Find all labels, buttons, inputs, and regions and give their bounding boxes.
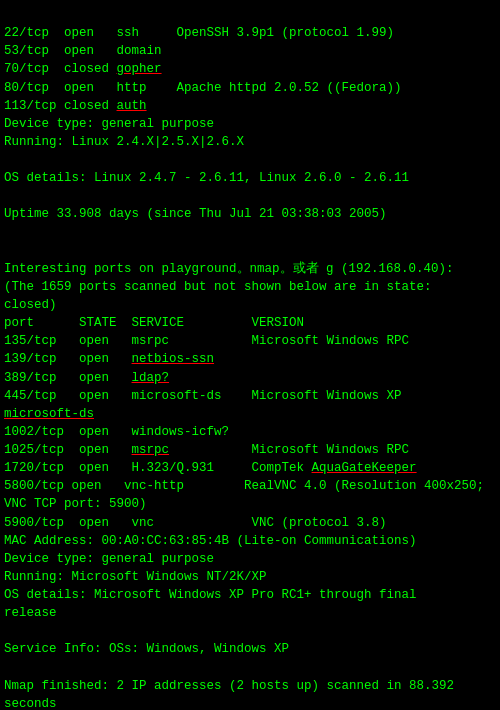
- line-14: Interesting ports on playground。nmap。或者 …: [4, 262, 454, 276]
- ldap-underline: ldap?: [132, 371, 170, 385]
- line-28: 5900/tcp open vnc VNC (protocol 3.8): [4, 516, 387, 530]
- line-33: release: [4, 606, 57, 620]
- line-22: microsoft-ds: [4, 407, 94, 421]
- line-23: 1002/tcp open windows-icfw?: [4, 425, 229, 439]
- line-6: Device type: general purpose: [4, 117, 214, 131]
- line-19: 139/tcp open netbios-ssn: [4, 352, 214, 366]
- line-16: closed): [4, 298, 57, 312]
- line-32: OS details: Microsoft Windows XP Pro RC1…: [4, 588, 417, 602]
- line-5: 113/tcp closed auth: [4, 99, 147, 113]
- line-26: 5800/tcp open vnc-http RealVNC 4.0 (Reso…: [4, 479, 484, 493]
- line-18: 135/tcp open msrpc Microsoft Windows RPC: [4, 334, 409, 348]
- line-4: 80/tcp open http Apache httpd 2.0.52 ((F…: [4, 81, 402, 95]
- line-17: port STATE SERVICE VERSION: [4, 316, 304, 330]
- line-15: (The 1659 ports scanned but not shown be…: [4, 280, 432, 294]
- gopher-underline: gopher: [117, 62, 162, 76]
- line-2: 53/tcp open domain: [4, 44, 162, 58]
- line-35: Service Info: OSs: Windows, Windows XP: [4, 642, 289, 656]
- line-29: MAC Address: 00:A0:CC:63:85:4B (Lite-on …: [4, 534, 417, 548]
- line-9: OS details: Linux 2.4.7 - 2.6.11, Linux …: [4, 171, 409, 185]
- msrpc-underline: msrpc: [132, 443, 170, 457]
- line-1: 22/tcp open ssh OpenSSH 3.9p1 (protocol …: [4, 26, 394, 40]
- line-37: Nmap finished: 2 IP addresses (2 hosts u…: [4, 679, 454, 693]
- microsoft-ds-underline: microsoft-ds: [4, 407, 94, 421]
- line-24: 1025/tcp open msrpc Microsoft Windows RP…: [4, 443, 409, 457]
- terminal-output: 22/tcp open ssh OpenSSH 3.9p1 (protocol …: [4, 6, 496, 710]
- line-21: 445/tcp open microsoft-ds Microsoft Wind…: [4, 389, 402, 403]
- line-27: VNC TCP port: 5900): [4, 497, 147, 511]
- line-38: seconds: [4, 697, 57, 710]
- aquagatekeeper-underline: AquaGateKeeper: [312, 461, 417, 475]
- netbios-ssn-underline: netbios-ssn: [132, 352, 215, 366]
- line-25: 1720/tcp open H.323/Q.931 CompTek AquaGa…: [4, 461, 417, 475]
- line-7: Running: Linux 2.4.X|2.5.X|2.6.X: [4, 135, 244, 149]
- line-3: 70/tcp closed gopher: [4, 62, 162, 76]
- line-30: Device type: general purpose: [4, 552, 214, 566]
- line-11: Uptime 33.908 days (since Thu Jul 21 03:…: [4, 207, 387, 221]
- line-31: Running: Microsoft Windows NT/2K/XP: [4, 570, 267, 584]
- line-20: 389/tcp open ldap?: [4, 371, 169, 385]
- auth-underline: auth: [117, 99, 147, 113]
